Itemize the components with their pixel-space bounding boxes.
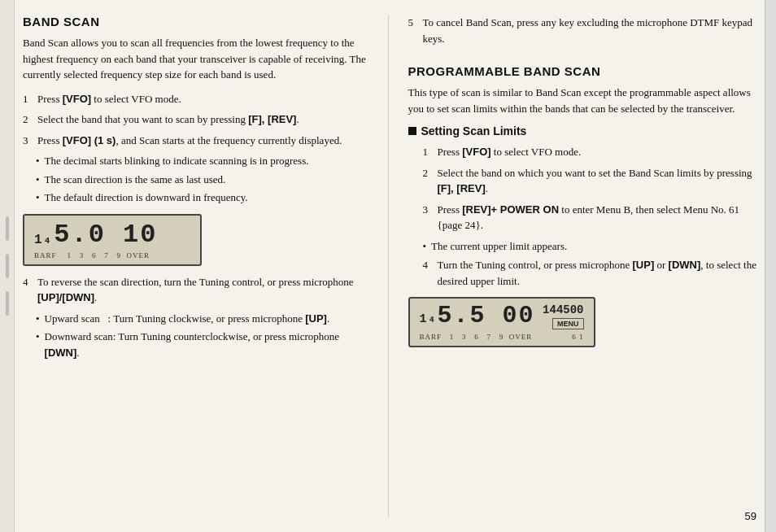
bullet-2-text: The scan direction is the same as last u… [45, 172, 226, 188]
step-2: 2 Select the band that you want to scan … [23, 111, 372, 128]
substep-1-content: Press [VFO] to select VFO mode. [438, 144, 757, 160]
subsection-title: Setting Scan Limits [408, 124, 757, 137]
band-scan-intro: Band Scan allows you to scan all frequen… [23, 35, 372, 83]
bullet3-text: The current upper limit appears. [431, 238, 567, 255]
lcd-right-inner: 1₄5.5 00 144500 MENU [420, 303, 584, 329]
black-square-icon [408, 127, 416, 135]
lcd-menu-num: 6 1 [572, 333, 583, 341]
lcd-prefix-2: 1₄ [420, 312, 438, 326]
substep4-list: 4 Turn the Tuning control, or press micr… [423, 257, 757, 289]
substep-3-num: 3 [423, 202, 434, 233]
binding-notch-1 [6, 216, 9, 241]
bullet-2: • The scan direction is the same as last… [36, 172, 372, 188]
bullet3-list: • The current upper limit appears. [423, 238, 757, 255]
substep-4-num: 4 [423, 257, 434, 289]
bullet-1-dot: • [36, 153, 40, 169]
substeps-list: 1 Press [VFO] to select VFO mode. 2 Sele… [423, 144, 757, 233]
bullet-upward-dot: • [36, 311, 40, 327]
page-number: 59 [745, 510, 756, 522]
substep-2-num: 2 [423, 165, 434, 197]
prog-band-scan-intro: This type of scan is similar to Band Sca… [408, 85, 757, 116]
binding-notch-2 [6, 254, 9, 278]
substep-2: 2 Select the band on which you want to s… [423, 165, 757, 197]
lcd-barf-2: BARF 1 3 6 7 9 OVER [420, 333, 533, 341]
step-1-content: Press [VFO] to select VFO mode. [37, 91, 372, 107]
step-2-keys: [F], [REV] [248, 113, 296, 125]
substep-3-content: Press [REV]+ POWER ON to enter Menu B, t… [438, 202, 757, 233]
bullet-upper-limit: • The current upper limit appears. [423, 238, 757, 255]
lcd-menu-box: MENU [552, 318, 584, 329]
step-4-keys: [UP]/[DWN] [37, 291, 94, 303]
lcd-bottom-1: BARF 1 3 6 7 9 OVER [34, 251, 190, 259]
bullet-upward: • Upward scan : Turn Tuning clockwise, o… [36, 311, 372, 327]
step-5-num: 5 [408, 15, 420, 46]
lcd-bottom-2: BARF 1 3 6 7 9 OVER 6 1 [420, 333, 584, 341]
step-3-num: 3 [23, 133, 34, 149]
bullet-upward-text: Upward scan : Turn Tuning clockwise, or … [45, 311, 330, 327]
bullet-3-text: The default direction is downward in fre… [45, 190, 248, 206]
step5-list: 5 To cancel Band Scan, press any key exc… [408, 15, 757, 46]
right-column: 5 To cancel Band Scan, press any key exc… [389, 15, 757, 517]
lcd-prefix-1: 1₄ [34, 233, 53, 246]
downward-key: [DWN] [45, 347, 77, 359]
step-3: 3 Press [VFO] (1 s), and Scan starts at … [23, 133, 372, 149]
bullet-2-dot: • [36, 172, 40, 188]
bullet-1-text: The decimal starts blinking to indicate … [45, 153, 309, 169]
lcd-upper-display: 144500 MENU [543, 303, 583, 329]
page-container: BAND SCAN Band Scan allows you to scan a… [0, 0, 776, 532]
bullet-downward-dot: • [36, 329, 40, 360]
step-1-vfo: [VFO] [63, 93, 91, 105]
bullet-downward: • Downward scan: Turn Tuning countercloc… [36, 329, 372, 360]
step-2-content: Select the band that you want to scan by… [37, 111, 372, 128]
lcd-display-1: 1₄ 5.0 10 BARF 1 3 6 7 9 OVER [23, 214, 202, 266]
substep-2-content: Select the band on which you want to set… [438, 165, 757, 197]
content-area: BAND SCAN Band Scan allows you to scan a… [15, 0, 765, 532]
step-2-num: 2 [23, 111, 34, 128]
substep-1-vfo: [VFO] [462, 146, 490, 158]
lcd-barf-1: BARF 1 3 6 7 9 OVER [34, 251, 150, 259]
substep-1-num: 1 [423, 144, 434, 160]
step-3-keys: [VFO] (1 s) [63, 134, 116, 146]
substep-3: 3 Press [REV]+ POWER ON to enter Menu B,… [423, 202, 757, 233]
bullets2-list: • Upward scan : Turn Tuning clockwise, o… [36, 311, 372, 361]
bullets-list: • The decimal starts blinking to indicat… [36, 153, 372, 206]
binding-notch-3 [6, 291, 9, 316]
substep-4-up: [UP] [633, 259, 655, 271]
lcd-freq-2: 1₄5.5 00 [420, 303, 535, 328]
step4-list: 4 To reverse the scan direction, turn th… [23, 274, 372, 306]
lcd-display-2: 1₄5.5 00 144500 MENU BARF 1 3 6 7 9 OVER… [408, 297, 595, 347]
substep-4-dwn: [DWN] [669, 259, 701, 271]
substep-1: 1 Press [VFO] to select VFO mode. [423, 144, 757, 160]
substep-4-content: Turn the Tuning control, or press microp… [438, 257, 757, 289]
lcd-freq-value-2: 5.5 00 [438, 302, 535, 329]
step-5: 5 To cancel Band Scan, press any key exc… [408, 15, 757, 46]
subsection-label: Setting Scan Limits [421, 124, 527, 137]
step-3-content: Press [VFO] (1 s), and Scan starts at th… [37, 133, 372, 149]
step-4-content: To reverse the scan direction, turn the … [37, 274, 372, 306]
band-scan-title: BAND SCAN [23, 15, 372, 28]
scrollbar-strip[interactable] [765, 0, 776, 532]
step-4-num: 4 [23, 274, 34, 306]
steps-list: 1 Press [VFO] to select VFO mode. 2 Sele… [23, 91, 372, 149]
left-column: BAND SCAN Band Scan allows you to scan a… [23, 15, 389, 517]
substep-4: 4 Turn the Tuning control, or press micr… [423, 257, 757, 289]
lcd-upper-freq: 144500 [543, 303, 583, 316]
step-1-num: 1 [23, 91, 34, 107]
bullet-downward-text: Downward scan: Turn Tuning counterclockw… [45, 329, 372, 360]
substep-3-keys: [REV]+ POWER ON [462, 203, 559, 216]
step-5-content: To cancel Band Scan, press any key exclu… [423, 15, 757, 46]
step-4: 4 To reverse the scan direction, turn th… [23, 274, 372, 306]
step-1: 1 Press [VFO] to select VFO mode. [23, 91, 372, 107]
bullet-3: • The default direction is downward in f… [36, 190, 372, 206]
substep-2-keys: [F], [REV] [438, 182, 486, 194]
prog-band-scan-title: PROGRAMMABLE BAND SCAN [408, 64, 757, 78]
bullet-3-dot: • [36, 190, 40, 206]
lcd-freq-1: 1₄ 5.0 10 [34, 222, 190, 248]
bullet-1: • The decimal starts blinking to indicat… [36, 153, 372, 169]
upward-key: [UP] [305, 312, 327, 325]
bullet3-dot: • [423, 238, 427, 255]
lcd-freq-value-1: 5.0 10 [54, 222, 157, 248]
binding-strip [0, 0, 15, 532]
